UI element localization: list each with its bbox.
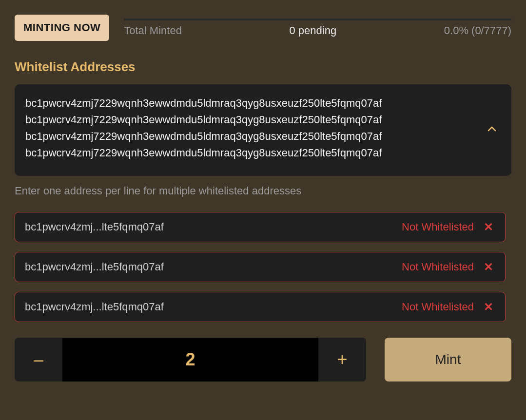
progress-section: Total Minted 0 pending 0.0% (0/7777) (124, 19, 511, 37)
chevron-up-icon[interactable] (486, 123, 498, 137)
whitelist-textarea-container (15, 84, 511, 176)
increment-button[interactable]: + (318, 338, 366, 382)
close-icon[interactable]: ✕ (482, 260, 495, 274)
pending-label: 0 pending (290, 24, 337, 37)
entry-address: bc1pwcrv4zmj...lte5fqmq07af (25, 261, 394, 273)
minting-now-badge: MINTING NOW (15, 15, 109, 41)
whitelist-entry: bc1pwcrv4zmj...lte5fqmq07af Not Whitelis… (15, 212, 506, 242)
total-minted-label: Total Minted (124, 24, 182, 37)
whitelist-hint: Enter one address per line for multiple … (15, 185, 511, 197)
entry-status: Not Whitelisted (402, 221, 474, 233)
progress-percent-label: 0.0% (0/7777) (444, 24, 511, 37)
whitelist-entry: bc1pwcrv4zmj...lte5fqmq07af Not Whitelis… (15, 252, 506, 282)
whitelist-entry: bc1pwcrv4zmj...lte5fqmq07af Not Whitelis… (15, 292, 506, 322)
mint-button[interactable]: Mint (385, 338, 511, 382)
whitelist-entries-list[interactable]: bc1pwcrv4zmj...lte5fqmq07af Not Whitelis… (15, 212, 511, 322)
whitelist-textarea[interactable] (25, 95, 477, 163)
entry-status: Not Whitelisted (402, 301, 474, 313)
entry-address: bc1pwcrv4zmj...lte5fqmq07af (25, 221, 394, 233)
close-icon[interactable]: ✕ (482, 300, 495, 314)
progress-labels: Total Minted 0 pending 0.0% (0/7777) (124, 24, 511, 37)
decrement-button[interactable]: – (15, 338, 62, 382)
bottom-row: – 2 + Mint (15, 338, 511, 382)
quantity-value[interactable]: 2 (62, 338, 318, 382)
close-icon[interactable]: ✕ (482, 220, 495, 234)
entry-address: bc1pwcrv4zmj...lte5fqmq07af (25, 301, 394, 313)
progress-bar (124, 19, 511, 20)
status-row: MINTING NOW Total Minted 0 pending 0.0% … (15, 15, 511, 41)
whitelist-title: Whitelist Addresses (15, 59, 511, 75)
quantity-stepper: – 2 + (15, 338, 366, 382)
entry-status: Not Whitelisted (402, 261, 474, 273)
